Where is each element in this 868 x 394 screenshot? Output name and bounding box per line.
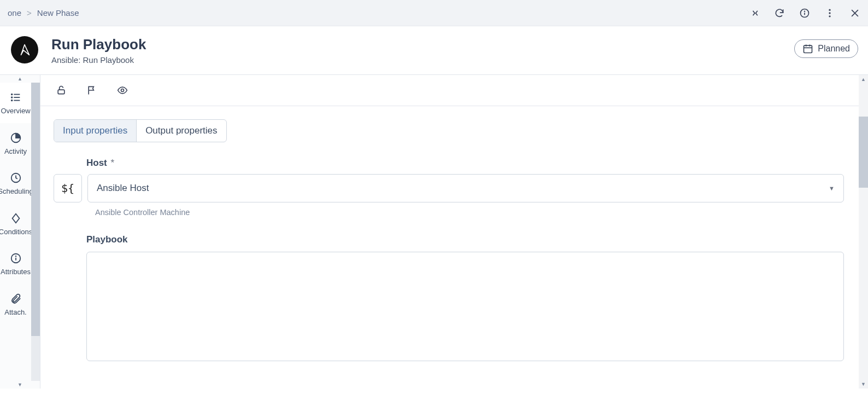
info-icon[interactable] (799, 8, 810, 19)
svg-point-17 (11, 97, 12, 98)
more-icon[interactable] (824, 8, 835, 19)
sidebar-item-attributes[interactable]: Attributes (0, 244, 31, 284)
top-actions (749, 8, 860, 19)
svg-point-4 (829, 12, 830, 14)
page-subtitle: Ansible: Run Playbook (51, 55, 146, 65)
clock-icon (10, 172, 22, 184)
sidebar-scroll-up[interactable]: ▲ (0, 75, 40, 83)
status-pill[interactable]: Planned (794, 39, 858, 58)
svg-point-23 (15, 256, 16, 257)
sidebar-item-scheduling[interactable]: Scheduling (0, 163, 31, 204)
tab-output-properties[interactable]: Output properties (136, 120, 226, 142)
title-block: Run Playbook Ansible: Run Playbook (51, 36, 146, 65)
sidebar: ▲ Overview Activity Scheduling Condition… (0, 75, 40, 389)
svg-point-3 (829, 9, 830, 10)
header: Run Playbook Ansible: Run Playbook Plann… (0, 26, 868, 75)
sidebar-scrollbar[interactable] (31, 83, 40, 381)
unlock-icon[interactable] (56, 85, 67, 96)
property-tabs: Input properties Output properties (54, 119, 227, 142)
breadcrumb-item-one[interactable]: one (8, 8, 21, 18)
svg-point-2 (805, 11, 805, 11)
variable-insert-button[interactable]: ${ (54, 174, 82, 202)
host-hint: Ansible Controller Machine (95, 208, 844, 217)
sidebar-item-label: Conditions (0, 228, 32, 236)
field-host: Host * ${ Ansible Host ▼ Ansible Control… (54, 158, 844, 217)
scroll-up-icon[interactable]: ▲ (861, 75, 866, 84)
paperclip-icon (10, 293, 22, 305)
flag-icon[interactable] (86, 85, 97, 96)
main: Input properties Output properties Host … (40, 75, 868, 389)
tab-input-properties[interactable]: Input properties (54, 120, 136, 142)
svg-rect-9 (804, 45, 812, 53)
svg-point-16 (11, 94, 12, 95)
page-title: Run Playbook (51, 36, 146, 53)
breadcrumb-separator: > (27, 8, 32, 18)
scroll-thumb[interactable] (859, 117, 868, 188)
refresh-icon[interactable] (774, 8, 785, 19)
calendar-icon (802, 43, 813, 54)
sidebar-item-conditions[interactable]: Conditions (0, 204, 31, 244)
body: ▲ Overview Activity Scheduling Condition… (0, 75, 868, 389)
sidebar-item-activity[interactable]: Activity (0, 123, 31, 164)
status-label: Planned (818, 44, 850, 54)
list-icon (10, 91, 22, 103)
sidebar-item-attachments[interactable]: Attach. (0, 284, 31, 325)
eye-icon[interactable] (117, 85, 128, 96)
main-scrollbar[interactable]: ▲ ▼ (859, 75, 868, 389)
breadcrumb-item-new-phase[interactable]: New Phase (37, 8, 79, 18)
form: Host * ${ Ansible Host ▼ Ansible Control… (54, 158, 844, 363)
host-select[interactable]: Ansible Host ▼ (87, 174, 844, 202)
field-playbook: Playbook (54, 234, 844, 363)
sidebar-scroll-down[interactable]: ▼ (0, 381, 40, 389)
sidebar-item-label: Activity (4, 147, 27, 156)
svg-point-25 (121, 89, 124, 92)
pie-icon (10, 132, 22, 144)
toolbar (40, 75, 868, 106)
ansible-logo (11, 36, 38, 63)
sidebar-item-label: Attach. (4, 308, 26, 317)
chevron-down-icon: ▼ (829, 185, 835, 192)
svg-point-18 (11, 100, 12, 101)
host-select-value: Ansible Host (97, 183, 149, 194)
host-label-text: Host (86, 158, 107, 168)
sidebar-item-overview[interactable]: Overview (0, 83, 31, 123)
required-marker: * (111, 158, 115, 168)
playbook-label: Playbook (86, 234, 844, 245)
scroll-down-icon[interactable]: ▼ (861, 380, 866, 389)
content: Input properties Output properties Host … (40, 106, 868, 363)
playbook-textarea[interactable] (86, 252, 844, 361)
info-icon (10, 252, 22, 264)
host-label: Host * (86, 158, 844, 169)
sidebar-item-label: Scheduling (0, 187, 33, 196)
close-icon[interactable] (849, 8, 860, 19)
diamond-icon (10, 212, 22, 224)
sidebar-item-label: Overview (1, 107, 30, 115)
svg-rect-24 (58, 90, 64, 94)
top-bar: one > New Phase (0, 0, 868, 26)
collapse-icon[interactable] (749, 8, 760, 19)
breadcrumb: one > New Phase (8, 8, 79, 18)
svg-point-5 (829, 15, 830, 17)
sidebar-item-label: Attributes (1, 268, 31, 276)
